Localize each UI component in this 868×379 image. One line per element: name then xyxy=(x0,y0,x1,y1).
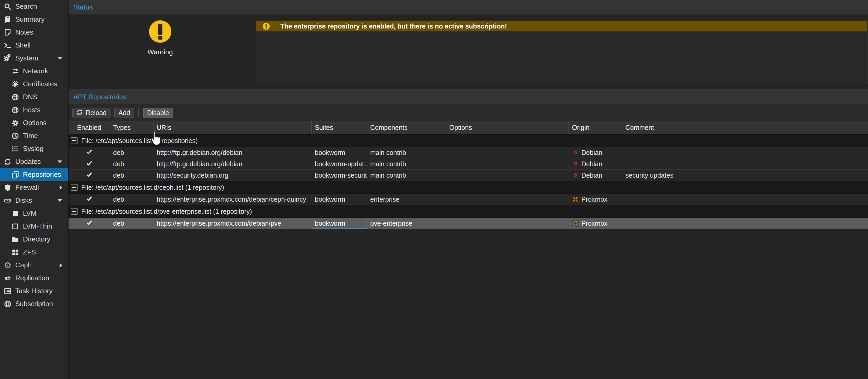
reload-button[interactable]: Reload xyxy=(72,108,111,118)
disable-button-label: Disable xyxy=(147,109,169,117)
sidebar-item-subscription[interactable]: Subscription xyxy=(0,297,68,310)
sidebar-item-system[interactable]: System xyxy=(0,52,68,65)
apt-repositories-table: EnabledTypesURIsSuitesComponentsOptionsO… xyxy=(68,121,868,229)
repository-row[interactable]: debhttp://ftp.gr.debian.org/debianbookwo… xyxy=(68,147,868,158)
column-header-enabled[interactable]: Enabled xyxy=(68,121,110,134)
group-file-label: File: /etc/apt/sources.list.d/pve-enterp… xyxy=(81,208,252,215)
sidebar-item-time[interactable]: Time xyxy=(0,129,68,142)
sidebar-item-label: Shell xyxy=(15,41,31,49)
chevron-down-icon[interactable] xyxy=(58,161,62,163)
sidebar-item-lvm[interactable]: LVM xyxy=(0,207,68,220)
sidebar-item-repositories[interactable]: Repositories xyxy=(0,168,68,181)
sidebar-item-disks[interactable]: Disks xyxy=(0,194,68,207)
suites-value: bookworm xyxy=(315,196,345,203)
cell-origin: Debian xyxy=(569,158,622,170)
square-outline-icon xyxy=(11,222,20,231)
group-file-label: File: /etc/apt/sources.list.d/ceph.list … xyxy=(81,184,224,191)
column-header-label: Comment xyxy=(625,124,654,132)
cell-components: main contrib xyxy=(367,147,446,158)
cell-components: pve-enterprise xyxy=(367,218,446,229)
reload-button-label: Reload xyxy=(86,109,106,117)
sidebar-item-replication[interactable]: Replication xyxy=(0,271,68,285)
types-value: deb xyxy=(113,172,124,179)
sidebar-item-label: Syslog xyxy=(23,145,43,153)
cell-components: main contrib xyxy=(367,158,446,170)
repository-row[interactable]: debhttps://enterprise.proxmox.com/debian… xyxy=(68,218,868,229)
column-header-suites[interactable]: Suites xyxy=(312,121,367,134)
sidebar-item-syslog[interactable]: Syslog xyxy=(0,142,68,155)
types-value: deb xyxy=(113,149,124,156)
column-header-uris[interactable]: URIs xyxy=(153,121,312,134)
sidebar-item-zfs[interactable]: ZFS xyxy=(0,246,68,259)
disable-button[interactable]: Disable xyxy=(143,108,173,118)
note-icon xyxy=(3,28,12,37)
add-button[interactable]: Add xyxy=(115,108,134,118)
sidebar-item-summary[interactable]: Summary xyxy=(0,13,68,26)
cell-enabled xyxy=(68,194,110,205)
chevron-down-icon[interactable] xyxy=(58,199,62,202)
warning-circle-icon xyxy=(262,23,270,30)
list-icon xyxy=(11,144,20,153)
sidebar-item-search[interactable]: Search xyxy=(0,0,68,13)
sidebar-item-notes[interactable]: Notes xyxy=(0,26,68,39)
sidebar-item-label: Directory xyxy=(23,235,50,243)
status-warning-block: Warning xyxy=(127,20,194,56)
debian-logo-icon xyxy=(572,149,579,156)
sidebar-item-directory[interactable]: Directory xyxy=(0,233,68,246)
sidebar-item-label: Certificates xyxy=(23,80,57,88)
origin-label: Proxmox xyxy=(581,220,608,227)
types-value: deb xyxy=(113,196,124,203)
sidebar-item-task-history[interactable]: Task History xyxy=(0,285,68,297)
sidebar-item-hosts[interactable]: Hosts xyxy=(0,104,68,116)
cell-origin: Proxmox xyxy=(569,194,622,205)
column-header-comment[interactable]: Comment xyxy=(622,121,868,134)
sidebar-item-ceph[interactable]: Ceph xyxy=(0,259,68,271)
sidebar-item-label: LVM-Thin xyxy=(23,222,52,230)
sidebar-item-firewall[interactable]: Firewall xyxy=(0,181,68,194)
sidebar-item-dns[interactable]: DNS xyxy=(0,90,68,104)
cell-options xyxy=(446,158,569,170)
collapse-group-icon[interactable] xyxy=(71,208,78,215)
group-header-row[interactable]: File: /etc/apt/sources.list (3 repositor… xyxy=(68,134,868,147)
column-header-options[interactable]: Options xyxy=(446,121,569,134)
cell-suites: bookworm xyxy=(312,147,367,158)
sidebar-item-certificates[interactable]: Certificates xyxy=(0,78,68,90)
uri-value: https://enterprise.proxmox.com/debian/ce… xyxy=(157,196,306,203)
apt-toolbar: Reload Add Disable xyxy=(68,105,868,121)
sidebar-item-updates[interactable]: Updates xyxy=(0,155,68,168)
repository-row[interactable]: debhttp://security.debian.orgbookworm-se… xyxy=(68,170,868,181)
collapse-group-icon[interactable] xyxy=(71,137,78,144)
sidebar-item-lvm-thin[interactable]: LVM-Thin xyxy=(0,220,68,233)
repository-row[interactable]: debhttp://ftp.gr.debian.org/debianbookwo… xyxy=(68,158,868,170)
column-header-components[interactable]: Components xyxy=(367,121,446,134)
repository-row[interactable]: debhttps://enterprise.proxmox.com/debian… xyxy=(68,194,868,205)
cell-comment xyxy=(622,147,868,158)
column-header-types[interactable]: Types xyxy=(110,121,153,134)
chevron-down-icon[interactable] xyxy=(58,57,62,60)
chevron-right-icon[interactable] xyxy=(60,263,62,268)
suites-value: bookworm xyxy=(315,220,345,227)
sidebar-item-options[interactable]: Options xyxy=(0,116,68,129)
chevron-right-icon[interactable] xyxy=(60,185,62,190)
sidebar: SearchSummaryNotesShellSystemNetworkCert… xyxy=(0,0,68,379)
status-panel-title: Status xyxy=(73,3,93,11)
sidebar-item-label: DNS xyxy=(23,93,37,101)
certificate-icon xyxy=(11,80,20,89)
uri-value: http://ftp.gr.debian.org/debian xyxy=(157,160,242,168)
group-header-row[interactable]: File: /etc/apt/sources.list.d/pve-enterp… xyxy=(68,205,868,218)
group-header-row[interactable]: File: /etc/apt/sources.list.d/ceph.list … xyxy=(68,181,868,194)
cell-origin: Debian xyxy=(569,147,622,158)
types-value: deb xyxy=(113,160,124,168)
cell-types: deb xyxy=(110,170,153,181)
column-header-origin[interactable]: Origin xyxy=(569,121,622,134)
sidebar-item-label: Repositories xyxy=(23,171,61,179)
cell-comment xyxy=(622,194,868,205)
sidebar-item-network[interactable]: Network xyxy=(0,65,68,78)
status-messages-panel: The enterprise repository is enabled, bu… xyxy=(256,21,867,84)
cell-suites: bookworm-security xyxy=(312,170,367,181)
sidebar-item-shell[interactable]: Shell xyxy=(0,39,68,52)
sidebar-item-label: System xyxy=(15,54,38,62)
collapse-group-icon[interactable] xyxy=(71,184,78,191)
sidebar-item-label: Notes xyxy=(15,28,33,36)
exchange-icon xyxy=(11,67,20,76)
